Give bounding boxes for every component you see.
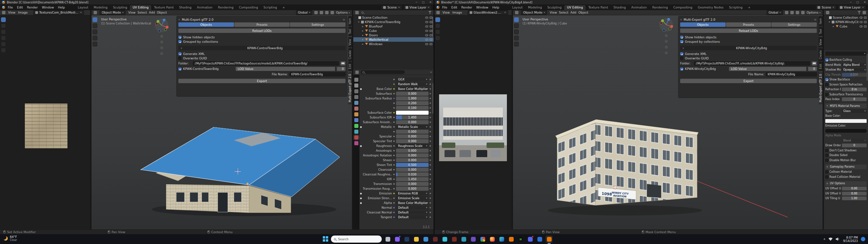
pi-tool[interactable]: π xyxy=(517,236,524,243)
mode-selector[interactable]: Object Mode▾ xyxy=(100,10,125,15)
menubar-item[interactable]: File xyxy=(6,6,15,9)
property-widget[interactable]: Default ▾ xyxy=(396,210,429,214)
checkbox[interactable] xyxy=(680,36,683,39)
sidebar-tab[interactable]: View xyxy=(819,37,823,48)
generate-xml-checkbox[interactable] xyxy=(178,52,181,55)
render-camera-icon[interactable] xyxy=(430,21,432,23)
minimize-button[interactable]: ─ xyxy=(850,1,852,4)
properties-scrollbar[interactable] xyxy=(432,83,433,114)
decorator-dot[interactable] xyxy=(430,193,431,194)
panel-drag-handle[interactable]: ≡ xyxy=(814,18,817,21)
perspective-toggle-icon[interactable] xyxy=(160,52,164,56)
material-setting-row[interactable]: UV Tiling U 1.00 ▾ xyxy=(825,196,867,201)
scene-selector[interactable]: Scene✕ xyxy=(815,5,836,10)
generate-xml-checkbox[interactable] xyxy=(680,52,683,55)
material-setting-row[interactable]: UV Options ▾ xyxy=(825,181,867,186)
checkbox[interactable] xyxy=(825,175,828,179)
select-box-tool-icon[interactable] xyxy=(435,23,440,28)
render-tab-icon[interactable] xyxy=(354,83,358,88)
close-button[interactable]: ✕ xyxy=(429,1,432,4)
image-datablock-selector[interactable]: TexturesCom_BrickMedievalBlocks0330_11_s… xyxy=(33,10,84,15)
render-camera-icon[interactable] xyxy=(430,43,432,45)
select-tool-icon[interactable] xyxy=(514,17,519,22)
select-box-tool-icon[interactable] xyxy=(1,23,6,28)
decorator-dot[interactable] xyxy=(430,79,431,80)
dark-blue-app[interactable] xyxy=(403,236,410,243)
property-widget[interactable]: Metallic Scale ▾ xyxy=(396,125,429,129)
taskbar-search-input[interactable]: Search xyxy=(331,236,382,243)
sidebar-tab[interactable]: Item xyxy=(819,16,823,26)
property-widget[interactable]: Roughness Scale ▾ xyxy=(396,144,429,148)
volume-icon[interactable] xyxy=(836,237,840,241)
tray-chevron-up-icon[interactable]: ∧ xyxy=(824,238,826,241)
object-export-checkbox[interactable] xyxy=(680,68,683,71)
outliner-row[interactable]: ▸ WallsVertical xyxy=(353,37,434,42)
maximize-button[interactable]: □ xyxy=(856,1,859,4)
view-layer-selector[interactable]: View Layer✕ xyxy=(838,5,866,10)
decorator-dot[interactable] xyxy=(430,145,431,147)
snap-magnet-icon[interactable] xyxy=(785,11,788,14)
property-widget[interactable]: Default ▾ xyxy=(396,215,429,219)
image-editor-menu[interactable]: View xyxy=(8,11,15,14)
shading-solid-icon[interactable] xyxy=(801,11,805,14)
disclosure-icon[interactable]: ▸ xyxy=(361,25,364,28)
lod-value[interactable]: 0 xyxy=(337,67,346,71)
hide-eye-icon[interactable] xyxy=(425,30,428,32)
move-tool-icon[interactable] xyxy=(93,30,97,34)
checkbox[interactable] xyxy=(825,170,828,173)
file-name-field[interactable]: KPWK-ControlTowerBdg xyxy=(290,72,346,76)
decorator-dot[interactable] xyxy=(430,150,431,151)
shading-solid-icon[interactable] xyxy=(331,11,334,14)
weather-widget[interactable]: 64°F Clear xyxy=(3,235,17,242)
control-tower-building-model[interactable] xyxy=(132,100,349,219)
material-setting-row[interactable]: Alpha Mode ▾ xyxy=(825,133,867,138)
start-button[interactable] xyxy=(323,236,329,242)
menubar-item[interactable]: Render xyxy=(459,6,474,9)
property-widget[interactable]: 0.000 ▾ xyxy=(396,158,429,162)
scene-selector[interactable]: Scene✕ xyxy=(381,5,402,10)
close-button[interactable]: ✕ xyxy=(864,1,866,4)
material-setting-row[interactable]: Subsurface Translucency ▾ xyxy=(825,92,867,97)
property-widget[interactable]: 0.000 ▾ xyxy=(396,120,429,124)
property-widget[interactable]: Random Walk ▾ xyxy=(396,82,429,86)
pan-icon[interactable] xyxy=(664,39,668,43)
material-setting-row[interactable]: Refraction Depth 0 m ▾ xyxy=(825,87,867,92)
decorator-dot[interactable] xyxy=(430,198,431,199)
decorator-dot[interactable] xyxy=(430,179,431,180)
decorator-dot[interactable] xyxy=(430,136,431,137)
render-camera-icon[interactable] xyxy=(864,17,867,19)
move-tool-icon[interactable] xyxy=(1,36,6,40)
decorator-dot[interactable] xyxy=(430,217,431,218)
panel-title[interactable]: Multi-Export glTF 2.0 xyxy=(684,18,715,21)
setting-widget[interactable]: Glass ▾ xyxy=(842,109,867,113)
workspace-tab[interactable]: Rendering xyxy=(650,5,671,10)
decorator-dot[interactable] xyxy=(430,88,431,90)
workspace-tab[interactable]: + xyxy=(280,5,288,10)
export-tab[interactable]: Presets xyxy=(726,22,771,27)
taskbar-clock[interactable]: 8:07 PM 9/14/2023 xyxy=(843,236,858,243)
minimize-button[interactable]: ─ xyxy=(416,1,417,4)
workspace-tab[interactable]: Modeling xyxy=(91,5,110,10)
unlink-icon[interactable]: ✕ xyxy=(398,6,400,9)
modifiers-tab-icon[interactable] xyxy=(354,118,358,122)
physics-tab-icon[interactable] xyxy=(354,130,358,134)
blender-active[interactable] xyxy=(546,236,553,243)
export-tab[interactable]: Objects xyxy=(178,22,234,27)
setting-widget[interactable]: 0 ▾ xyxy=(842,97,867,101)
render-camera-icon[interactable] xyxy=(430,39,432,41)
pan-icon[interactable] xyxy=(160,40,164,44)
maroon-app[interactable] xyxy=(432,236,439,243)
decorator-dot[interactable] xyxy=(430,83,431,85)
workspace-tab[interactable]: UV Editing xyxy=(564,5,586,10)
decorator-dot[interactable] xyxy=(430,140,431,142)
teal-face-app[interactable] xyxy=(460,236,467,243)
titlebar[interactable]: Blender [C:\Users\AA\Documents\KPWK-CT-B… xyxy=(0,0,434,4)
menubar-item[interactable]: Help xyxy=(490,6,501,9)
property-widget[interactable]: 0.500 ▾ xyxy=(396,163,429,167)
material-datablock-selector[interactable]: ▾ xyxy=(825,52,867,56)
setting-widget[interactable]: 0.00 ▾ xyxy=(842,187,867,190)
transform-orientation-selector[interactable]: Global▾ xyxy=(296,10,312,15)
editor-type-icon[interactable] xyxy=(436,11,440,14)
tool-tab-icon[interactable] xyxy=(354,78,358,82)
search-icon[interactable] xyxy=(361,12,363,14)
